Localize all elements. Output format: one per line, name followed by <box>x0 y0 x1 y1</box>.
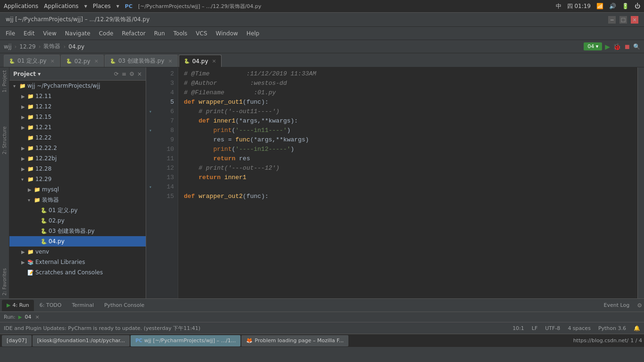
breadcrumb-decorator[interactable]: 装饰器 <box>43 42 60 50</box>
notifications-icon[interactable]: 🔔 <box>634 325 640 331</box>
tree-scratches[interactable]: ▶ 📝 Scratches and Consoles <box>9 267 146 278</box>
settings-icon[interactable]: ⚙ <box>129 71 134 77</box>
bottom-settings-icon[interactable]: ⚙ <box>637 302 642 309</box>
menu-refactor[interactable]: Refactor <box>118 29 149 38</box>
tree-12222[interactable]: ▶ 📁 12.22.2 <box>9 143 146 153</box>
places-menu[interactable]: Places <box>93 3 111 9</box>
maximize-button[interactable]: □ <box>619 16 627 24</box>
lang-indicator[interactable]: 中 <box>556 2 561 10</box>
collapse-icon[interactable]: ≡ <box>122 71 126 77</box>
code-line-15: def wrapper_out2(func): <box>184 192 632 201</box>
tab-03-close[interactable]: × <box>168 58 173 64</box>
tab-03[interactable]: 🐍 03 创建装饰器.py × <box>105 55 178 67</box>
taskbar-wjj-icon: PC <box>135 338 142 343</box>
debug-button[interactable]: 🐞 <box>613 43 621 50</box>
menu-vcs[interactable]: VCS <box>192 29 211 38</box>
tab-event-log[interactable]: Event Log <box>599 300 635 311</box>
tree-1211[interactable]: ▶ 📁 12.11 <box>9 91 146 101</box>
menu-help[interactable]: Help <box>243 29 263 38</box>
tab-01[interactable]: 🐍 01 定义.py × <box>4 55 60 67</box>
run-config-indicator[interactable]: 04 ▾ <box>584 42 602 50</box>
applications-menu[interactable]: Applications <box>4 3 38 9</box>
breadcrumb-04py[interactable]: 04.py <box>68 43 84 50</box>
app-menu-label[interactable]: Applications <box>44 3 78 9</box>
tree-decorator-folder[interactable]: ▾ 📁 装饰器 <box>9 195 146 205</box>
event-log-label: Event Log <box>604 302 630 308</box>
right-scrollbar[interactable] <box>637 67 644 298</box>
tree-1229[interactable]: ▾ 📁 12.29 <box>9 174 146 184</box>
tab-02-label: 02.py <box>74 58 91 65</box>
tab-01-icon: 🐍 <box>9 58 15 64</box>
menu-code[interactable]: Code <box>95 29 117 38</box>
menu-navigate[interactable]: Navigate <box>61 29 94 38</box>
taskbar-wjj[interactable]: PC wjj [~/PycharmProjects/wjj] – .../1..… <box>131 335 240 346</box>
places-menu-arrow: ▾ <box>116 3 119 9</box>
breadcrumb-wjj[interactable]: wjj <box>4 43 11 50</box>
tab-02-close[interactable]: × <box>94 58 99 64</box>
tab-run[interactable]: ▶ 4: Run <box>2 300 34 311</box>
run-name[interactable]: 04 <box>25 314 32 320</box>
taskbar-day07[interactable]: [day07] <box>2 335 32 346</box>
tab-02[interactable]: 🐍 02.py × <box>61 55 104 67</box>
tree-1215[interactable]: ▶ 📁 12.15 <box>9 112 146 122</box>
tree-1228[interactable]: ▶ 📁 12.28 <box>9 164 146 174</box>
run-button[interactable]: ▶ <box>605 43 610 50</box>
sidebar-label-structure[interactable]: 2: Structure <box>1 123 8 157</box>
run-tab-icon: ▶ <box>7 302 10 308</box>
tree-02py[interactable]: ▶ 🐍 02.py <box>9 215 146 226</box>
tree-venv[interactable]: ▶ 📁 venv <box>9 247 146 257</box>
tab-python-console[interactable]: Python Console <box>99 300 149 311</box>
code-line-4: # @Filename :01.py <box>184 88 632 98</box>
menu-run[interactable]: Run <box>150 29 169 38</box>
sidebar-label-favorites[interactable]: 2: Favorites <box>1 265 8 298</box>
menu-tools[interactable]: Tools <box>170 29 191 38</box>
stop-button[interactable]: ⏹ <box>624 43 630 50</box>
code-content[interactable]: # @Time :11/12/2019 11:33AM # @Author :w… <box>178 67 637 298</box>
breadcrumb-bar: wjj › 12.29 › 装饰器 › 04.py 04 ▾ ▶ 🐞 ⏹ 🔍 <box>0 40 644 53</box>
tree-1222[interactable]: ▶ 📁 12.22 <box>9 132 146 143</box>
cursor-position: 10:1 <box>512 325 524 331</box>
encoding-indicator[interactable]: UTF-8 <box>545 325 560 331</box>
taskbar-kiosk[interactable]: [kiosk@foundation1:/opt/pychar... <box>33 335 130 346</box>
tree-root[interactable]: ▾ 📁 wjj ~/PycharmProjects/wjj <box>9 81 146 91</box>
tab-todo[interactable]: 6: TODO <box>35 300 66 311</box>
search-everywhere-button[interactable]: 🔍 <box>633 43 640 50</box>
menu-view[interactable]: View <box>39 29 60 38</box>
tab-terminal[interactable]: Terminal <box>67 300 99 311</box>
tree-mysql[interactable]: ▶ 📁 mysql <box>9 184 146 195</box>
menu-edit[interactable]: Edit <box>20 29 38 38</box>
tab-04-close[interactable]: × <box>212 58 216 64</box>
tree-1212[interactable]: ▶ 📁 12.12 <box>9 101 146 112</box>
code-line-10: print('----in12-----') <box>184 145 632 154</box>
tree-1221[interactable]: ▶ 📁 12.21 <box>9 122 146 132</box>
taskbar-firefox[interactable]: 🦊 Problem loading page – Mozilla F... <box>241 335 348 346</box>
line-separator[interactable]: LF <box>532 325 537 331</box>
tree-1222bj[interactable]: ▶ 📁 12.22bj <box>9 153 146 164</box>
taskbar-page-info: 1 / 4 <box>630 337 642 344</box>
run-close[interactable]: × <box>35 314 40 320</box>
sync-icon[interactable]: ⟳ <box>114 71 119 77</box>
pycharm-icon: PC <box>125 3 132 9</box>
tab-04[interactable]: 🐍 04.py × <box>179 55 222 67</box>
indent-indicator[interactable]: 4 spaces <box>568 325 591 331</box>
sidebar-label-project[interactable]: 1: Project <box>1 67 8 95</box>
firefox-icon: 🦊 <box>246 337 253 344</box>
battery-icon: 🔋 <box>622 3 629 9</box>
close-panel-icon[interactable]: × <box>137 71 142 77</box>
tree-01py[interactable]: ▶ 🐍 01 定义.py <box>9 205 146 215</box>
tree-external-libs[interactable]: ▶ 📚 External Libraries <box>9 257 146 267</box>
tab-01-close[interactable]: × <box>50 58 55 64</box>
minimize-button[interactable]: − <box>608 16 616 24</box>
menu-file[interactable]: File <box>2 29 19 38</box>
code-line-3: # @Author :westos-dd <box>184 79 632 88</box>
code-editor[interactable]: ▾ ▾ ▾ 2 3 4 5 6 7 8 <box>146 67 637 298</box>
code-line-5: def wrapper_out1(func): <box>184 98 632 107</box>
power-icon[interactable]: ⏻ <box>635 3 640 9</box>
breadcrumb-1229[interactable]: 12.29 <box>19 43 35 50</box>
tree-04py[interactable]: ▶ 🐍 04.py <box>9 236 146 247</box>
status-message[interactable]: IDE and Plugin Updates: PyCharm is ready… <box>4 325 200 332</box>
tree-03py[interactable]: ▶ 🐍 03 创建装饰器.py <box>9 226 146 236</box>
menu-window[interactable]: Window <box>212 29 242 38</box>
python-indicator[interactable]: Python 3.6 <box>598 325 626 331</box>
close-button[interactable]: × <box>631 16 638 24</box>
